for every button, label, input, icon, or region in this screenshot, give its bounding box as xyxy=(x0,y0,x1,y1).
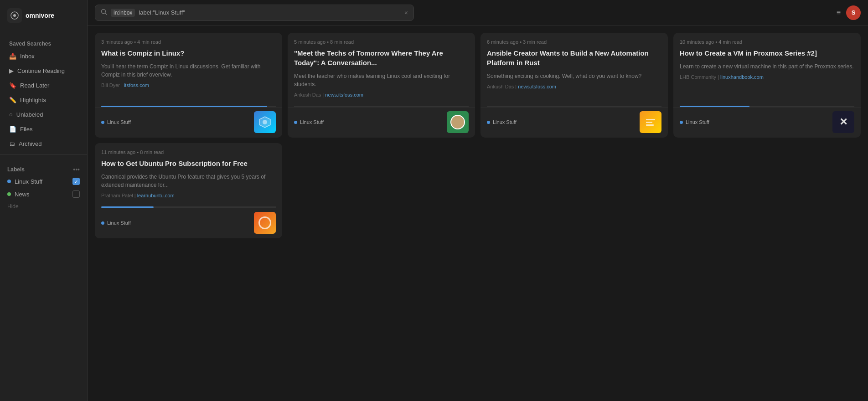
svg-point-5 xyxy=(263,120,267,124)
app-logo[interactable]: omnivore xyxy=(0,0,87,31)
card-source-link[interactable]: news.itsfoss.com xyxy=(325,92,363,98)
archived-icon: 🗂 xyxy=(9,140,15,147)
thumbnail-ansible xyxy=(640,111,661,133)
unlabeled-icon: ○ xyxy=(9,111,13,118)
card-label-dot xyxy=(101,221,104,225)
article-card-techs[interactable]: 5 minutes ago • 8 min read "Meet the Tec… xyxy=(288,33,475,138)
card-source: Pratham Patel | learnubuntu.com xyxy=(101,193,276,198)
article-card-proxmox[interactable]: 10 minutes ago • 4 min read How to Creat… xyxy=(673,33,861,138)
highlights-icon: ✏️ xyxy=(9,97,16,103)
card-source-link[interactable]: itsfoss.com xyxy=(124,82,149,88)
card-meta: 6 minutes ago • 3 min read xyxy=(487,39,661,45)
svg-rect-7 xyxy=(646,122,652,123)
card-source-link[interactable]: learnubuntu.com xyxy=(137,193,175,198)
sidebar-nav: Saved Searches 📥 Inbox ▶ Continue Readin… xyxy=(0,31,87,401)
card-label-text: Linux Stuff xyxy=(686,119,709,125)
saved-searches-header: Saved Searches xyxy=(2,35,85,49)
search-bar[interactable]: in:inbox label:"Linux Stuff" × xyxy=(95,5,414,21)
card-label-dot xyxy=(487,121,490,124)
read-later-icon: 🔖 xyxy=(9,82,16,89)
card-title: How to Create a VM in Proxmox Series #2] xyxy=(680,48,854,58)
card-meta: 10 minutes ago • 4 min read xyxy=(680,39,854,45)
card-meta: 3 minutes ago • 4 min read xyxy=(101,39,276,45)
topbar-right: ≡ S xyxy=(837,5,861,20)
card-excerpt: Something exciting is cooking. Well, wha… xyxy=(487,72,661,80)
labels-header: Labels ••• xyxy=(0,162,87,175)
logo-text: omnivore xyxy=(26,12,54,19)
label-checkbox-news[interactable] xyxy=(72,190,80,198)
card-meta: 11 minutes ago • 8 min read xyxy=(101,149,276,155)
card-title: "Meet the Techs of Tomorrow Where They A… xyxy=(294,48,469,67)
labels-more-button[interactable]: ••• xyxy=(73,166,80,173)
card-footer: Linux Stuff xyxy=(480,107,668,138)
label-dot-news xyxy=(7,192,11,196)
svg-point-1 xyxy=(13,14,16,17)
label-dot-linux-stuff xyxy=(7,180,11,183)
thumbnail-face xyxy=(450,115,465,129)
logo-icon xyxy=(7,8,22,23)
card-source: Ankush Das | news.itsfoss.com xyxy=(487,84,661,89)
card-label: Linux Stuff xyxy=(487,119,517,125)
search-clear-button[interactable]: × xyxy=(404,9,408,16)
card-label-dot xyxy=(294,121,297,124)
article-card-compiz[interactable]: 3 minutes ago • 4 min read What is Compi… xyxy=(95,33,282,138)
card-body: 6 minutes ago • 3 min read Ansible Creat… xyxy=(480,33,668,106)
card-source: Ankush Das | news.itsfoss.com xyxy=(294,92,469,98)
label-item-linux-stuff[interactable]: Linux Stuff xyxy=(0,175,87,188)
card-title: How to Get Ubuntu Pro Subscription for F… xyxy=(101,159,276,168)
sidebar-item-inbox[interactable]: 📥 Inbox xyxy=(2,49,85,63)
card-source: Bill Dyer | itsfoss.com xyxy=(101,82,276,88)
thumbnail-ubuntu xyxy=(254,212,276,234)
card-body: 10 minutes ago • 4 min read How to Creat… xyxy=(673,33,861,106)
search-icon xyxy=(101,9,107,16)
card-label-text: Linux Stuff xyxy=(107,119,131,125)
label-name-news: News xyxy=(15,191,30,198)
card-label: Linux Stuff xyxy=(294,119,324,125)
topbar: in:inbox label:"Linux Stuff" × ≡ S xyxy=(88,0,868,26)
label-item-news[interactable]: News xyxy=(0,188,87,200)
search-prefix-tag: in:inbox xyxy=(111,9,135,17)
labels-title: Labels xyxy=(7,166,25,173)
sidebar-item-files[interactable]: 📄 Files xyxy=(2,122,85,136)
label-name-linux-stuff: Linux Stuff xyxy=(15,178,42,185)
card-meta: 5 minutes ago • 8 min read xyxy=(294,39,469,45)
sidebar-item-highlights[interactable]: ✏️ Highlights xyxy=(2,93,85,107)
files-icon: 📄 xyxy=(9,126,16,133)
card-label-dot xyxy=(680,121,683,124)
card-thumbnail xyxy=(640,111,661,133)
list-view-button[interactable]: ≡ xyxy=(837,9,841,17)
sidebar-item-read-later[interactable]: 🔖 Read Later xyxy=(2,78,85,93)
card-footer: Linux Stuff xyxy=(95,107,282,138)
thumbnail-techs xyxy=(447,111,469,133)
card-source-link[interactable]: news.itsfoss.com xyxy=(518,84,556,89)
article-grid: 3 minutes ago • 4 min read What is Compi… xyxy=(88,26,868,401)
sidebar-item-unlabeled[interactable]: ○ Unlabeled xyxy=(2,108,85,122)
search-label-text: label:"Linux Stuff" xyxy=(139,9,185,16)
card-label-text: Linux Stuff xyxy=(300,119,324,125)
main-content: in:inbox label:"Linux Stuff" × ≡ S 3 min… xyxy=(88,0,868,401)
card-footer: Linux Stuff xyxy=(288,107,475,138)
card-title: What is Compiz in Linux? xyxy=(101,48,276,58)
svg-rect-6 xyxy=(646,119,655,120)
labels-section: Labels ••• Linux Stuff News Hide xyxy=(0,159,87,216)
card-excerpt: Learn to create a new virtual machine in… xyxy=(680,62,854,71)
hide-button[interactable]: Hide xyxy=(0,200,87,212)
article-card-ansible[interactable]: 6 minutes ago • 3 min read Ansible Creat… xyxy=(480,33,668,138)
card-footer: Linux Stuff xyxy=(95,208,282,238)
sidebar-item-continue-reading[interactable]: ▶ Continue Reading xyxy=(2,64,85,78)
card-excerpt: You'll hear the term Compiz in Linux dis… xyxy=(101,62,276,79)
card-excerpt: Meet the teacher who makes learning Linu… xyxy=(294,72,469,88)
label-checkbox-linux-stuff[interactable] xyxy=(72,178,80,185)
user-avatar[interactable]: S xyxy=(846,5,861,20)
card-thumbnail xyxy=(254,212,276,234)
card-label: Linux Stuff xyxy=(101,119,131,125)
card-source-link[interactable]: linuxhandbook.com xyxy=(720,74,764,80)
card-label-text: Linux Stuff xyxy=(493,119,517,125)
card-thumbnail xyxy=(254,111,276,133)
article-card-ubuntu[interactable]: 11 minutes ago • 8 min read How to Get U… xyxy=(95,143,282,238)
thumbnail-proxmox: ✕ xyxy=(832,111,854,133)
svg-rect-8 xyxy=(646,124,654,126)
sidebar-item-archived[interactable]: 🗂 Archived xyxy=(2,137,85,151)
card-body: 11 minutes ago • 8 min read How to Get U… xyxy=(95,143,282,206)
card-label-dot xyxy=(101,121,104,124)
